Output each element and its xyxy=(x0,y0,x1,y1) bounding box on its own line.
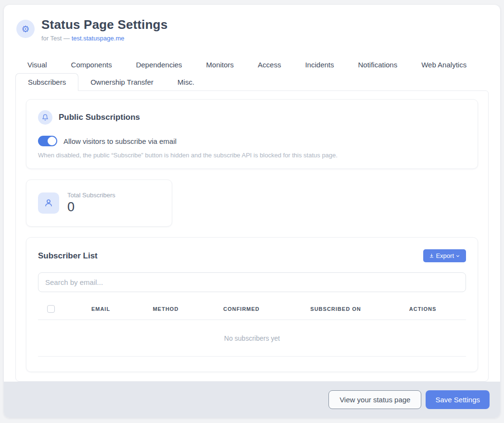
export-button[interactable]: Export xyxy=(423,249,466,262)
tab-notifications[interactable]: Notifications xyxy=(346,56,410,73)
footer-bar: View your status page Save Settings xyxy=(4,382,500,418)
select-all-checkbox[interactable] xyxy=(47,305,55,313)
subscribe-email-toggle[interactable] xyxy=(38,136,57,146)
subscriber-list-card: Subscriber List Export EMAIL METHOD xyxy=(26,237,478,372)
tab-visual[interactable]: Visual xyxy=(15,56,59,73)
gear-icon: ⚙ xyxy=(16,20,35,38)
subtitle-prefix: for Test — xyxy=(41,35,72,42)
public-subscriptions-title: Public Subscriptions xyxy=(59,113,140,122)
save-settings-button[interactable]: Save Settings xyxy=(426,390,490,409)
tab-row-2: Subscribers Ownership Transfer Misc. xyxy=(15,73,489,90)
table-bottom-padding xyxy=(38,357,466,370)
view-status-page-button[interactable]: View your status page xyxy=(328,390,421,409)
tab-dependencies[interactable]: Dependencies xyxy=(124,56,194,73)
export-button-label: Export xyxy=(436,252,454,259)
total-subscribers-label: Total Subscribers xyxy=(67,192,115,199)
tab-monitors[interactable]: Monitors xyxy=(194,56,246,73)
column-subscribed-on: SUBSCRIBED ON xyxy=(292,306,379,312)
subscribe-toggle-label: Allow visitors to subscribe via email xyxy=(63,137,176,145)
tab-incidents[interactable]: Incidents xyxy=(293,56,346,73)
toggle-knob xyxy=(48,137,56,145)
tab-ownership-transfer[interactable]: Ownership Transfer xyxy=(78,73,165,90)
subscribers-table: EMAIL METHOD CONFIRMED SUBSCRIBED ON ACT… xyxy=(38,300,466,370)
column-actions: ACTIONS xyxy=(379,306,466,312)
search-input[interactable] xyxy=(38,272,466,292)
subscriber-list-title: Subscriber List xyxy=(38,251,98,261)
column-email: EMAIL xyxy=(61,306,140,312)
column-method: METHOD xyxy=(140,306,191,312)
status-page-link[interactable]: test.statuspage.me xyxy=(72,35,125,42)
settings-card: ⚙ Status Page Settings for Test — test.s… xyxy=(4,5,500,418)
subscribe-toggle-row: Allow visitors to subscribe via email xyxy=(38,136,466,146)
tab-access[interactable]: Access xyxy=(246,56,293,73)
empty-state: No subscribers yet xyxy=(38,320,466,357)
page-header-text: Status Page Settings for Test — test.sta… xyxy=(41,17,168,42)
page-header: ⚙ Status Page Settings for Test — test.s… xyxy=(4,5,500,42)
total-subscribers-value: 0 xyxy=(67,200,115,215)
tab-components[interactable]: Components xyxy=(59,56,124,73)
total-subscribers-card: Total Subscribers 0 xyxy=(26,179,172,227)
tab-misc[interactable]: Misc. xyxy=(165,73,206,90)
subscribers-panel: Public Subscriptions Allow visitors to s… xyxy=(15,90,489,382)
page-title: Status Page Settings xyxy=(41,17,168,32)
tab-subscribers[interactable]: Subscribers xyxy=(15,73,78,91)
tabs: Visual Components Dependencies Monitors … xyxy=(15,56,489,90)
bell-icon xyxy=(38,110,52,125)
gear-glyph: ⚙ xyxy=(21,24,29,35)
user-icon xyxy=(38,192,59,214)
subscribe-helper-text: When disabled, the public “Subscribe” bu… xyxy=(38,152,466,159)
page-subtitle: for Test — test.statuspage.me xyxy=(41,35,168,42)
download-icon xyxy=(429,253,434,258)
public-subscriptions-card: Public Subscriptions Allow visitors to s… xyxy=(26,99,478,169)
table-header-row: EMAIL METHOD CONFIRMED SUBSCRIBED ON ACT… xyxy=(38,300,466,320)
tab-web-analytics[interactable]: Web Analytics xyxy=(409,56,479,73)
chevron-down-icon xyxy=(455,254,460,258)
total-subscribers-text: Total Subscribers 0 xyxy=(67,192,115,215)
tab-row-1: Visual Components Dependencies Monitors … xyxy=(15,56,489,73)
public-subscriptions-header: Public Subscriptions xyxy=(38,110,466,125)
subscriber-list-header: Subscriber List Export xyxy=(38,249,466,262)
column-confirmed: CONFIRMED xyxy=(191,306,292,312)
